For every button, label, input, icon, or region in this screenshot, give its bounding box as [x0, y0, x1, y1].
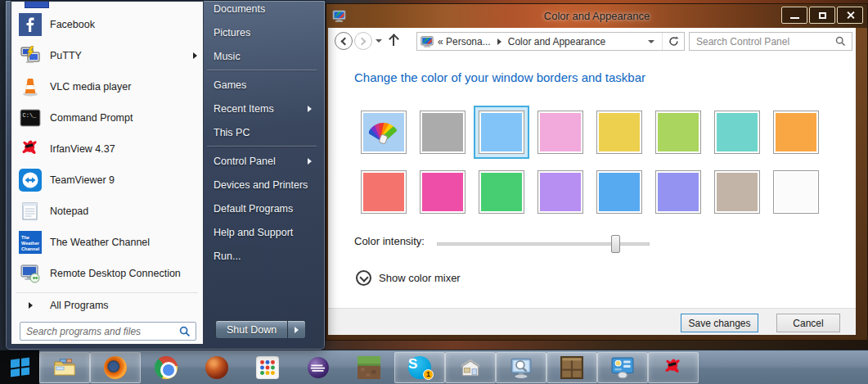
file-explorer[interactable]	[39, 352, 90, 383]
pale-moon[interactable]	[191, 352, 242, 383]
shut-down-button[interactable]: Shut Down	[215, 320, 288, 339]
sweet-home-3d[interactable]	[445, 352, 496, 383]
start-menu-item[interactable]: VLC media player	[11, 71, 203, 102]
chrome[interactable]	[141, 352, 191, 383]
show-color-mixer-expander[interactable]	[356, 270, 371, 286]
cancel-button[interactable]: Cancel	[776, 314, 840, 332]
save-changes-button[interactable]: Save changes	[681, 314, 758, 332]
start-menu-place-label: Control Panel	[214, 156, 276, 167]
green[interactable]	[479, 163, 537, 220]
windows-logo-icon	[11, 358, 29, 377]
start-menu-item[interactable]: Notepad	[11, 196, 203, 227]
minimize-button[interactable]	[781, 7, 807, 24]
start-menu-place-item[interactable]: Pictures	[204, 20, 320, 44]
sky-blue[interactable]	[479, 103, 537, 160]
svg-text:Channel: Channel	[21, 246, 40, 251]
address-bar[interactable]: « Persona... Color and Appearance	[416, 32, 685, 51]
start-menu-place-item[interactable]: Devices and Printers	[204, 173, 320, 197]
periwinkle[interactable]	[655, 163, 714, 220]
start-menu-place-item[interactable]: Run...	[204, 244, 320, 268]
maximize-button[interactable]	[809, 7, 835, 24]
navigation-toolbar: « Persona... Color and Appearance Search…	[328, 28, 856, 56]
start-menu-place-label: Music	[214, 51, 241, 62]
automatic[interactable]	[361, 103, 420, 160]
file-explorer-icon	[53, 356, 76, 379]
address-dropdown-icon[interactable]	[648, 40, 654, 43]
start-menu-place-item[interactable]: Default Programs	[204, 197, 320, 220]
hot-pink[interactable]	[420, 163, 479, 220]
close-button[interactable]	[837, 7, 863, 24]
start-menu-item[interactable]: TheWeatherChannel The Weather Channel	[11, 227, 203, 258]
start-menu-place-item[interactable]: Games	[204, 73, 320, 97]
start-menu-item[interactable]: PuTTY	[11, 40, 203, 71]
start-menu-place-item[interactable]: Music	[204, 44, 320, 68]
breadcrumb-current[interactable]: Color and Appearance	[508, 36, 605, 47]
up-button[interactable]	[387, 34, 398, 48]
pink[interactable]	[537, 103, 596, 160]
title-bar[interactable]: Color and Appearance	[326, 4, 867, 28]
start-button[interactable]	[0, 350, 39, 384]
irfanview-icon	[662, 356, 685, 379]
start-menu-item-label: VLC media player	[50, 81, 131, 93]
minecraft[interactable]	[344, 352, 394, 383]
taupe[interactable]	[714, 163, 773, 220]
breadcrumb-collapsed[interactable]: « Persona...	[438, 36, 491, 47]
show-color-mixer-label: Show color mixer	[379, 272, 461, 284]
eclipse[interactable]	[293, 352, 344, 383]
start-menu-place-item[interactable]: Documents	[204, 0, 320, 20]
start-menu-item[interactable]: Facebook	[11, 9, 203, 40]
all-programs-item[interactable]: All Programs	[11, 295, 203, 316]
app-grid[interactable]	[242, 352, 293, 383]
color-intensity-label: Color intensity:	[354, 235, 425, 247]
start-menu-place-item[interactable]: Recent Items	[204, 97, 320, 120]
back-arrow-icon	[341, 37, 349, 45]
notification-badge: 1	[423, 369, 434, 380]
refresh-button[interactable]	[663, 33, 684, 50]
back-button[interactable]	[335, 32, 353, 50]
display-settings[interactable]	[597, 352, 648, 383]
control-panel-search-input[interactable]: Search Control Panel	[689, 32, 852, 51]
start-menu-item[interactable]: TeamViewer 9	[11, 165, 203, 196]
start-search-input[interactable]: Search programs and files	[20, 322, 196, 341]
turquoise[interactable]	[714, 103, 773, 160]
start-menu-item-label: Command Prompt	[50, 112, 133, 124]
remote-desktop-icon	[18, 261, 43, 286]
yellow[interactable]	[596, 103, 655, 160]
start-menu-item[interactable]: C:\_ Command Prompt	[11, 102, 203, 133]
start-menu-place-item[interactable]: This PC	[204, 120, 320, 144]
forward-button[interactable]	[354, 32, 372, 50]
white[interactable]	[773, 163, 832, 220]
gray[interactable]	[420, 103, 479, 160]
blue[interactable]	[596, 163, 655, 220]
start-menu-left-panel: Facebook PuTTY VLC media player C:\_	[11, 1, 204, 345]
color-intensity-slider[interactable]	[437, 242, 650, 246]
start-menu-place-item[interactable]: Help and Support	[204, 220, 320, 244]
salmon[interactable]	[361, 163, 420, 220]
orange[interactable]	[773, 103, 832, 160]
start-menu-place-label: Help and Support	[214, 227, 293, 238]
taskbar-buttons: S 1	[39, 352, 699, 383]
recent-pages-dropdown[interactable]	[376, 39, 382, 43]
lavender[interactable]	[537, 163, 596, 220]
color-and-appearance-window: Color and Appearance « Persona... Color …	[326, 3, 868, 341]
slider-handle[interactable]	[611, 235, 620, 253]
start-menu-place-item[interactable]: Control Panel	[204, 149, 320, 173]
eclipse-icon	[307, 356, 330, 379]
crafting-table[interactable]	[546, 352, 597, 383]
start-menu-item[interactable]: IrfanView 4.37	[11, 133, 203, 165]
skype[interactable]: S 1	[394, 352, 445, 383]
start-menu-item[interactable]: Remote Desktop Connection	[11, 258, 203, 289]
firefox[interactable]	[90, 352, 141, 383]
start-menu-item-label: Remote Desktop Connection	[50, 268, 181, 279]
start-menu-place-label: This PC	[214, 127, 250, 138]
start-menu-places-group: Control Panel Devices and Printers Defau…	[204, 149, 320, 268]
light-green[interactable]	[655, 103, 714, 160]
search-icon	[835, 36, 846, 47]
screen-magnifier[interactable]	[496, 352, 546, 383]
start-menu-places-group: Games Recent Items This PC	[204, 73, 320, 144]
irfanview[interactable]	[648, 352, 699, 383]
shut-down-options-button[interactable]	[288, 320, 306, 339]
window-client-area: « Persona... Color and Appearance Search…	[328, 28, 856, 335]
search-icon	[179, 326, 191, 337]
sweet-home-3d-icon	[459, 356, 482, 379]
